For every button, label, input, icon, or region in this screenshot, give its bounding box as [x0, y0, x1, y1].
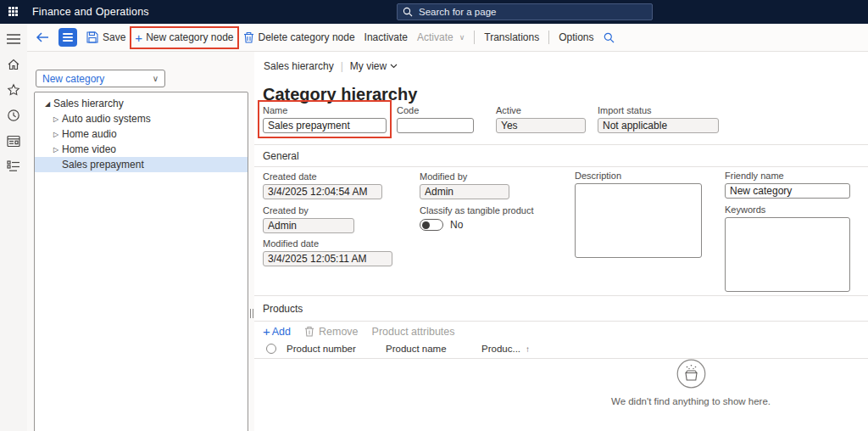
breadcrumb-separator: | [341, 60, 343, 72]
name-label: Name [263, 105, 387, 115]
translations-button[interactable]: Translations [484, 31, 539, 43]
code-label: Code [397, 105, 474, 115]
save-disk-icon [86, 31, 98, 43]
favorites-star-icon[interactable] [0, 77, 27, 103]
column-label: Produc... [481, 344, 520, 354]
tree-item-home-video[interactable]: ▷ Home video [35, 142, 248, 157]
column-product-sorted[interactable]: Produc...↑ [481, 344, 530, 354]
tree-collapsed-icon[interactable]: ▷ [50, 146, 62, 154]
tree-item-sales-hierarchy[interactable]: ◢ Sales hierarchy [35, 96, 248, 111]
add-label: Add [272, 326, 291, 338]
view-label: My view [350, 60, 387, 72]
active-input [496, 118, 586, 133]
remove-product-button: Remove [304, 326, 359, 338]
options-button[interactable]: Options [559, 31, 593, 43]
products-section-title[interactable]: Products [263, 303, 303, 315]
home-icon[interactable] [0, 52, 27, 77]
save-button[interactable]: Save [86, 31, 125, 43]
import-status-field: Import status [598, 105, 719, 133]
created-date-field: Created date [263, 171, 382, 199]
friendly-name-field: Friendly name [725, 171, 850, 199]
created-date-input [263, 184, 382, 199]
tree-collapsed-icon[interactable]: ▷ [50, 115, 62, 123]
section-divider [254, 144, 868, 145]
action-toolbar: Save + New category node Delete category… [27, 24, 868, 52]
modified-date-label: Modified date [263, 238, 392, 249]
back-button[interactable] [36, 32, 49, 42]
modified-date-field: Modified date [263, 238, 392, 266]
active-label: Active [496, 105, 586, 115]
back-arrow-icon [36, 32, 49, 42]
keywords-field: Keywords [725, 204, 850, 292]
keywords-textarea[interactable] [725, 217, 850, 292]
classify-tangible-value: No [450, 219, 463, 231]
news-window-icon[interactable] [0, 128, 27, 154]
inactivate-label: Inactivate [364, 31, 408, 43]
chevron-down-icon [390, 64, 398, 69]
sort-ascending-icon: ↑ [526, 344, 530, 354]
remove-label: Remove [319, 326, 359, 338]
splitter-grip-icon [250, 309, 253, 318]
empty-state-icon [676, 359, 706, 389]
page-search-input[interactable] [417, 6, 647, 18]
hamburger-menu-icon[interactable] [0, 26, 27, 52]
chevron-down-icon: ∨ [459, 33, 465, 42]
activate-button: Activate ∨ [417, 31, 465, 43]
tree-expanded-icon[interactable]: ◢ [42, 100, 53, 108]
code-input[interactable] [397, 118, 474, 133]
app-launcher-icon[interactable] [0, 0, 27, 24]
category-dropdown-value: New category [42, 73, 104, 85]
section-divider [254, 295, 868, 296]
created-date-label: Created date [263, 171, 382, 182]
toolbar-search-button[interactable] [604, 32, 615, 43]
tree-item-label: Auto audio systems [62, 113, 151, 125]
new-category-node-label: New category node [146, 31, 233, 43]
column-product-number[interactable]: Product number [287, 344, 356, 354]
classify-tangible-toggle[interactable] [420, 219, 443, 231]
tree-item-sales-prepayment[interactable]: Sales prepayment [35, 157, 248, 172]
tree-collapsed-icon[interactable]: ▷ [50, 131, 62, 138]
page-search-box[interactable] [397, 3, 653, 20]
active-field: Active [496, 105, 586, 133]
view-selector[interactable]: My view [350, 60, 398, 72]
category-hierarchy-page: Sales hierarchy | My view Category hiera… [254, 52, 868, 431]
options-label: Options [559, 31, 593, 43]
sidepane-toggle-button[interactable] [58, 28, 77, 47]
breadcrumb: Sales hierarchy | My view [264, 60, 398, 72]
translations-label: Translations [484, 31, 539, 43]
new-category-node-button[interactable]: + New category node [135, 31, 233, 44]
modified-date-input [263, 251, 392, 266]
code-field: Code [397, 105, 474, 133]
section-divider [254, 321, 868, 322]
name-field: Name [263, 105, 387, 133]
search-icon [604, 32, 615, 43]
inactivate-button[interactable]: Inactivate [364, 31, 408, 43]
friendly-name-label: Friendly name [725, 171, 850, 181]
description-textarea[interactable] [575, 183, 702, 258]
save-label: Save [103, 31, 125, 43]
modified-by-field: Modified by [420, 171, 509, 199]
name-input[interactable] [263, 118, 387, 133]
tree-item-auto-audio-systems[interactable]: ▷ Auto audio systems [35, 111, 248, 126]
tree-item-home-audio[interactable]: ▷ Home audio [35, 126, 248, 142]
recent-clock-icon[interactable] [0, 103, 27, 128]
app-title: Finance and Operations [32, 6, 149, 18]
search-icon [403, 7, 413, 17]
breadcrumb-hierarchy[interactable]: Sales hierarchy [264, 60, 334, 72]
tree-item-label: Sales prepayment [62, 159, 144, 171]
general-section-title[interactable]: General [263, 150, 299, 162]
trash-icon [243, 31, 254, 43]
category-type-dropdown[interactable]: New category ∨ [36, 70, 165, 87]
select-all-radio[interactable] [266, 344, 276, 354]
tree-item-label: Home video [62, 143, 116, 155]
classify-tangible-field: Classify as tangible product No [420, 205, 547, 231]
section-divider [254, 166, 868, 167]
workspaces-list-icon[interactable] [0, 154, 27, 179]
delete-category-node-button[interactable]: Delete category node [243, 31, 355, 43]
category-tree: ◢ Sales hierarchy ▷ Auto audio systems ▷… [34, 92, 248, 431]
modified-by-label: Modified by [420, 171, 509, 182]
add-product-button[interactable]: + Add [263, 325, 291, 338]
toggle-knob [422, 221, 430, 229]
friendly-name-input[interactable] [725, 183, 850, 199]
column-product-name[interactable]: Product name [386, 344, 447, 354]
